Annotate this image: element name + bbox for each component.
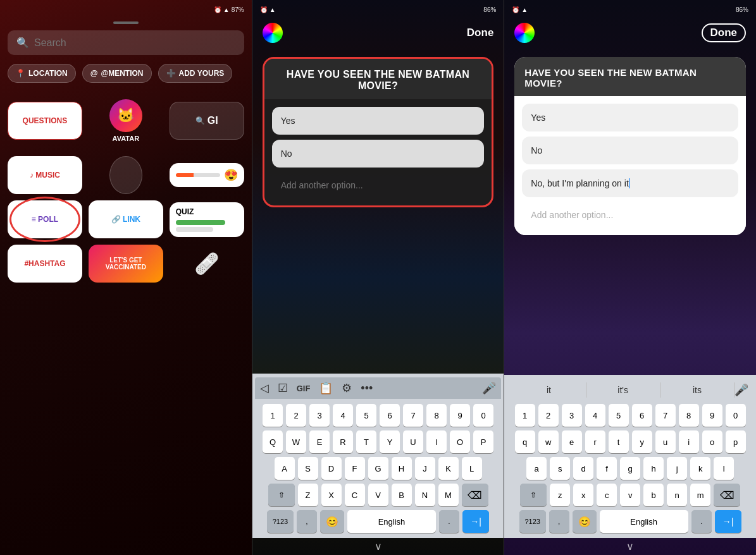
sticker-item-avatar[interactable]: 🐱 AVATAR bbox=[89, 92, 163, 150]
poll-option-no-3[interactable]: No bbox=[522, 137, 738, 164]
kb-key-7[interactable]: 7 bbox=[403, 404, 423, 427]
kb-key-s[interactable]: S bbox=[298, 457, 318, 480]
kb-mic-suggestions[interactable]: 🎤 bbox=[734, 383, 748, 397]
sticker-item-circle[interactable] bbox=[89, 156, 163, 194]
kb-enter-3[interactable]: →| bbox=[715, 510, 741, 533]
poll-option-no-2[interactable]: No bbox=[272, 140, 485, 168]
kb-key3-g[interactable]: g bbox=[620, 457, 640, 480]
done-button-2[interactable]: Done bbox=[467, 27, 494, 39]
kb-key3-2[interactable]: 2 bbox=[538, 404, 559, 427]
kb-key-t[interactable]: T bbox=[356, 430, 376, 453]
kb-key3-5[interactable]: 5 bbox=[609, 404, 629, 427]
kb-key3-b[interactable]: b bbox=[643, 484, 664, 506]
chip-mention[interactable]: @ @MENTION bbox=[82, 64, 152, 83]
kb-key3-k[interactable]: k bbox=[690, 457, 710, 480]
color-wheel-2[interactable] bbox=[263, 23, 283, 43]
kb-check-icon[interactable]: ☑ bbox=[278, 381, 288, 395]
kb-key3-c[interactable]: c bbox=[597, 484, 617, 506]
kb-gif-icon[interactable]: GIF bbox=[297, 384, 311, 393]
kb-backspace-key-3[interactable]: ⌫ bbox=[714, 484, 740, 506]
kb-key3-n[interactable]: n bbox=[667, 484, 687, 506]
kb-enter-2[interactable]: →| bbox=[462, 510, 489, 533]
sticker-item-vaccinated[interactable]: LET'S GET VACCINATED bbox=[89, 245, 163, 283]
kb-key-h[interactable]: H bbox=[392, 457, 412, 480]
kb-key3-z[interactable]: z bbox=[550, 484, 570, 506]
kb-key-c[interactable]: C bbox=[345, 484, 365, 506]
kb-key-3[interactable]: 3 bbox=[309, 404, 330, 427]
drag-handle[interactable] bbox=[113, 21, 139, 24]
kb-key-a[interactable]: A bbox=[275, 457, 295, 480]
kb-key-y[interactable]: Y bbox=[380, 430, 400, 453]
kb-key3-t[interactable]: t bbox=[609, 430, 629, 453]
poll-option-typing-3[interactable]: No, but I'm planning on it bbox=[522, 169, 738, 197]
nav-chevron-2[interactable]: ∨ bbox=[252, 538, 504, 555]
kb-key-w[interactable]: W bbox=[286, 430, 306, 453]
kb-key-d[interactable]: D bbox=[321, 457, 342, 480]
kb-backspace-key-2[interactable]: ⌫ bbox=[462, 484, 488, 506]
kb-key-q[interactable]: Q bbox=[263, 430, 283, 453]
kb-key3-p[interactable]: p bbox=[726, 430, 746, 453]
kb-key3-f[interactable]: f bbox=[597, 457, 617, 480]
kb-key-g[interactable]: G bbox=[368, 457, 388, 480]
kb-key-e[interactable]: E bbox=[309, 430, 330, 453]
kb-emoji-2[interactable]: 😊 bbox=[320, 510, 344, 533]
kb-key3-q[interactable]: q bbox=[515, 430, 535, 453]
kb-key3-l[interactable]: l bbox=[714, 457, 734, 480]
sticker-item-hashtag[interactable]: #HASHTAG bbox=[8, 245, 82, 283]
kb-key3-r[interactable]: r bbox=[585, 430, 605, 453]
kb-key-o[interactable]: O bbox=[450, 430, 470, 453]
kb-numsym-2[interactable]: ?123 bbox=[267, 510, 294, 533]
kb-key-l[interactable]: L bbox=[462, 457, 482, 480]
kb-key3-e[interactable]: e bbox=[562, 430, 582, 453]
kb-space-2[interactable]: English bbox=[347, 510, 436, 533]
poll-add-option-3[interactable]: Add another option... bbox=[522, 202, 738, 228]
kb-key-n[interactable]: N bbox=[415, 484, 435, 506]
kb-clipboard-icon[interactable]: 📋 bbox=[319, 381, 333, 395]
kb-settings-icon[interactable]: ⚙ bbox=[342, 381, 352, 395]
kb-mic-icon[interactable]: 🎤 bbox=[482, 381, 496, 395]
kb-key3-0[interactable]: 0 bbox=[726, 404, 746, 427]
search-bar[interactable]: 🔍 bbox=[8, 30, 244, 55]
kb-period-2[interactable]: . bbox=[439, 510, 459, 533]
kb-key3-d[interactable]: d bbox=[573, 457, 593, 480]
kb-key-i[interactable]: I bbox=[426, 430, 447, 453]
kb-key3-y[interactable]: y bbox=[632, 430, 652, 453]
kb-key3-v[interactable]: v bbox=[620, 484, 640, 506]
kb-suggestion-its3[interactable]: its bbox=[660, 382, 734, 398]
kb-key3-9[interactable]: 9 bbox=[702, 404, 722, 427]
kb-key3-8[interactable]: 8 bbox=[679, 404, 699, 427]
kb-key3-s[interactable]: s bbox=[550, 457, 570, 480]
kb-key-u[interactable]: U bbox=[403, 430, 423, 453]
done-button-3[interactable]: Done bbox=[702, 23, 747, 42]
sticker-item-music[interactable]: ♪ MUSIC bbox=[8, 156, 82, 194]
kb-key3-3[interactable]: 3 bbox=[562, 404, 582, 427]
sticker-item-poll[interactable]: ≡ POLL bbox=[8, 200, 82, 238]
kb-shift-key-2[interactable]: ⇧ bbox=[268, 484, 295, 506]
kb-suggestion-its2[interactable]: it's bbox=[586, 382, 660, 398]
poll-add-option-2[interactable]: Add another option... bbox=[272, 173, 485, 198]
poll-option-yes-3[interactable]: Yes bbox=[522, 104, 738, 131]
sticker-item-quiz[interactable]: QUIZ bbox=[170, 200, 244, 238]
kb-key3-x[interactable]: x bbox=[573, 484, 593, 506]
kb-key-4[interactable]: 4 bbox=[333, 404, 353, 427]
kb-key3-m[interactable]: m bbox=[690, 484, 710, 506]
sticker-item-gif[interactable]: 🔍 GI bbox=[170, 92, 244, 150]
kb-shift-key-3[interactable]: ⇧ bbox=[520, 484, 547, 506]
kb-key-6[interactable]: 6 bbox=[380, 404, 400, 427]
color-wheel-3[interactable] bbox=[514, 23, 535, 43]
kb-key-0[interactable]: 0 bbox=[473, 404, 493, 427]
kb-key-2[interactable]: 2 bbox=[286, 404, 306, 427]
kb-emoji-3[interactable]: 😊 bbox=[573, 510, 597, 533]
kb-numsym-3[interactable]: ?123 bbox=[519, 510, 546, 533]
kb-key3-i[interactable]: i bbox=[679, 430, 699, 453]
kb-back-icon[interactable]: ◁ bbox=[260, 381, 269, 395]
kb-key-5[interactable]: 5 bbox=[356, 404, 376, 427]
sticker-item-emoji-slider[interactable]: 😍 bbox=[170, 156, 244, 194]
kb-key3-1[interactable]: 1 bbox=[515, 404, 535, 427]
poll-option-yes-2[interactable]: Yes bbox=[272, 107, 485, 135]
kb-key-9[interactable]: 9 bbox=[450, 404, 470, 427]
kb-key-k[interactable]: K bbox=[438, 457, 459, 480]
kb-key-v[interactable]: V bbox=[368, 484, 388, 506]
kb-comma-2[interactable]: , bbox=[297, 510, 317, 533]
sticker-item-questions[interactable]: QUESTIONS bbox=[8, 92, 82, 150]
